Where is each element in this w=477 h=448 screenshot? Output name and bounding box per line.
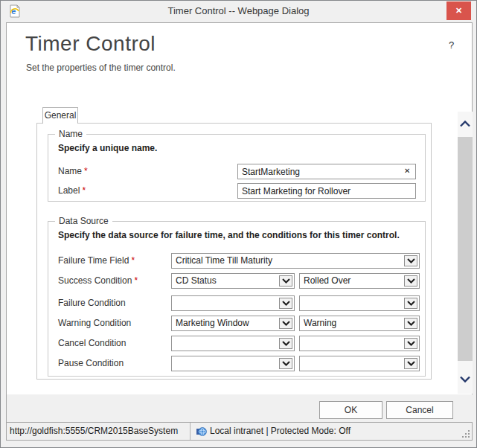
chevron-down-icon[interactable] bbox=[404, 298, 417, 309]
chevron-down-icon[interactable] bbox=[404, 358, 417, 369]
scroll-up-button[interactable] bbox=[458, 112, 473, 137]
pause-condition-label: Pause Condition bbox=[58, 358, 124, 368]
page-subtitle: Set the properties of the timer control. bbox=[26, 63, 176, 73]
chevron-down-icon[interactable] bbox=[279, 298, 292, 309]
chevron-down-icon[interactable] bbox=[279, 275, 292, 287]
chevron-down-icon[interactable] bbox=[404, 255, 417, 266]
name-field-label: Name* bbox=[58, 166, 88, 176]
cancel-condition-label: Cancel Condition bbox=[58, 338, 126, 348]
footer: OK Cancel bbox=[7, 394, 473, 422]
status-bar: http://goldfish:5555/CRM2015BaseSystem L… bbox=[6, 422, 473, 441]
success-condition-value-select[interactable]: Rolled Over bbox=[299, 273, 420, 289]
chevron-down-icon[interactable] bbox=[404, 338, 417, 349]
tab-general[interactable]: General bbox=[42, 107, 78, 124]
required-marker: * bbox=[131, 255, 135, 266]
failure-condition-field-select[interactable] bbox=[171, 295, 295, 311]
chevron-down-icon[interactable] bbox=[279, 338, 292, 349]
cancel-condition-value-select[interactable] bbox=[299, 336, 420, 351]
cancel-button[interactable]: Cancel bbox=[386, 401, 453, 419]
name-section: Name Specify a unique name. Name* ✕ Labe… bbox=[48, 134, 426, 202]
data-source-section: Data Source Specify the data source for … bbox=[48, 221, 426, 377]
success-condition-label: Success Condition* bbox=[58, 275, 138, 286]
required-marker: * bbox=[134, 275, 138, 286]
failure-condition-value-select[interactable] bbox=[299, 295, 420, 311]
cancel-condition-field-select[interactable] bbox=[171, 336, 295, 351]
failure-time-field-select[interactable]: Critical Time Till Maturity bbox=[171, 253, 420, 269]
failure-time-field-label: Failure Time Field* bbox=[58, 255, 135, 266]
required-marker: * bbox=[82, 185, 86, 196]
required-marker: * bbox=[84, 166, 88, 176]
scrollbar-thumb[interactable] bbox=[458, 137, 473, 361]
resize-grip[interactable] bbox=[461, 429, 470, 438]
vertical-scrollbar[interactable] bbox=[458, 112, 473, 394]
success-condition-field-select[interactable]: CD Status bbox=[171, 273, 295, 289]
dialog-content: Timer Control Set the properties of the … bbox=[6, 22, 473, 422]
warning-condition-value-select[interactable]: Warning bbox=[299, 316, 420, 331]
pause-condition-value-select[interactable] bbox=[299, 356, 420, 371]
chevron-down-icon[interactable] bbox=[279, 358, 292, 369]
name-input[interactable] bbox=[237, 164, 416, 179]
window-title: Timer Control -- Webpage Dialog bbox=[1, 1, 476, 22]
pause-condition-field-select[interactable] bbox=[171, 356, 295, 371]
name-instruction: Specify a unique name. bbox=[58, 143, 157, 153]
label-field-label: Label* bbox=[58, 185, 86, 196]
name-section-legend: Name bbox=[55, 129, 86, 139]
page-title: Timer Control bbox=[25, 32, 156, 56]
scroll-down-button[interactable] bbox=[458, 365, 473, 394]
chevron-down-icon bbox=[460, 374, 470, 385]
warning-condition-label: Warning Condition bbox=[58, 318, 131, 328]
close-button[interactable]: ✕ bbox=[446, 1, 471, 20]
label-input[interactable] bbox=[237, 183, 416, 199]
data-source-legend: Data Source bbox=[55, 216, 112, 226]
ok-button[interactable]: OK bbox=[319, 401, 382, 419]
title-bar[interactable]: e Timer Control -- Webpage Dialog ✕ bbox=[1, 1, 476, 22]
help-button[interactable]: ? bbox=[449, 39, 454, 51]
status-zone: Local intranet | Protected Mode: Off bbox=[192, 423, 350, 440]
chevron-down-icon[interactable] bbox=[279, 318, 292, 329]
webpage-dialog-window: e Timer Control -- Webpage Dialog ✕ Time… bbox=[0, 0, 477, 448]
clear-name-icon[interactable]: ✕ bbox=[404, 167, 410, 175]
status-url: http://goldfish:5555/CRM2015BaseSystem bbox=[7, 423, 191, 440]
warning-condition-field-select[interactable]: Marketing Window bbox=[171, 316, 295, 331]
data-source-instruction: Specify the data source for failure time… bbox=[58, 230, 400, 240]
failure-condition-label: Failure Condition bbox=[58, 298, 126, 308]
chevron-down-icon[interactable] bbox=[404, 318, 417, 329]
chevron-up-icon bbox=[460, 119, 470, 129]
chevron-down-icon[interactable] bbox=[404, 275, 417, 287]
